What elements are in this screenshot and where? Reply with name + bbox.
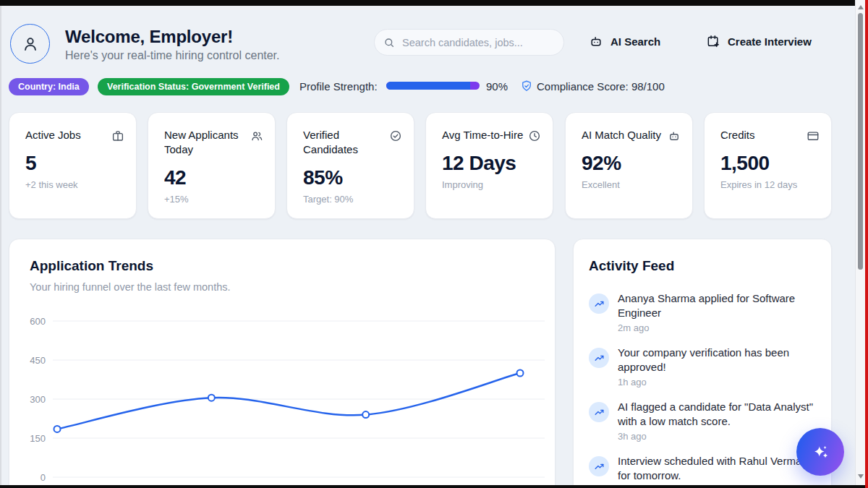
svg-text:150: 150 xyxy=(30,433,46,444)
activity-feed-title: Activity Feed xyxy=(589,258,674,274)
feed-item-text: Ananya Sharma applied for Software Engin… xyxy=(618,291,814,320)
application-trends-panel: Application Trends Your hiring funnel ov… xyxy=(9,239,556,488)
frame-border-right xyxy=(865,0,868,488)
page-subtitle: Here's your real-time hiring control cen… xyxy=(65,49,280,62)
svg-text:300: 300 xyxy=(30,394,46,405)
shield-check-icon xyxy=(520,80,533,93)
bot-icon xyxy=(589,34,603,48)
activity-feed-panel: Activity Feed Ananya Sharma applied for … xyxy=(573,239,832,488)
stat-sub: Excellent xyxy=(582,179,681,190)
frame-border-left xyxy=(0,0,1,488)
search-icon xyxy=(383,37,395,48)
trends-subtitle: Your hiring funnel over the last few mon… xyxy=(30,281,231,293)
stat-sub: Improving xyxy=(442,179,541,190)
stat-card-verified-candidates: Verified Candidates 85% Target: 90% xyxy=(286,112,414,219)
stat-card-active-jobs: Active Jobs 5 +2 this week xyxy=(9,112,137,219)
stat-label: Avg Time-to-Hire xyxy=(442,128,523,142)
feed-item: AI flagged a candidate for "Data Analyst… xyxy=(589,400,817,442)
trending-up-icon xyxy=(589,402,609,422)
scrollbar-thumb[interactable] xyxy=(858,13,863,270)
trending-up-icon xyxy=(589,348,609,368)
stat-label: AI Match Quality xyxy=(582,128,661,142)
stat-card-new-applicants: New Applicants Today 42 +15% xyxy=(148,112,276,219)
ai-assistant-fab[interactable] xyxy=(796,428,844,476)
search-input[interactable] xyxy=(401,36,555,49)
trending-up-icon xyxy=(589,456,609,476)
feed-item-time: 1h ago xyxy=(618,377,814,388)
compliance-score: Compliance Score: 98/100 xyxy=(537,80,665,93)
application-trends-chart: 0150300450600 xyxy=(9,308,556,488)
feed-item-time: 3h ago xyxy=(618,431,814,442)
stat-card-time-to-hire: Avg Time-to-Hire 12 Days Improving xyxy=(425,112,553,219)
stat-label: Verified Candidates xyxy=(303,128,385,157)
verification-badge: Verification Status: Government Verified xyxy=(98,78,289,95)
frame-border-top xyxy=(0,0,856,6)
ai-search-label: AI Search xyxy=(610,35,660,48)
briefcase-icon xyxy=(111,129,124,142)
frame-border-bottom xyxy=(0,485,868,488)
profile-strength-percent: 90% xyxy=(486,80,508,93)
stat-value: 92% xyxy=(582,152,681,175)
employer-dashboard: Welcome, Employer! Here's your real-time… xyxy=(0,0,868,488)
stat-value: 5 xyxy=(25,152,124,175)
stat-value: 42 xyxy=(164,166,263,189)
feed-item: Your company verification has been appro… xyxy=(589,346,817,388)
stat-card-credits: Credits 1,500 Expires in 12 days xyxy=(704,112,832,219)
credit-card-icon xyxy=(807,129,820,142)
stat-value: 85% xyxy=(303,166,402,189)
feed-item-text: Your company verification has been appro… xyxy=(618,346,814,374)
feed-item-text: Interview scheduled with Rahul Verma for… xyxy=(618,454,814,483)
stat-value: 12 Days xyxy=(442,152,541,175)
svg-text:600: 600 xyxy=(30,316,46,327)
trends-title: Application Trends xyxy=(30,258,153,274)
vertical-scrollbar[interactable] xyxy=(855,0,865,485)
activity-feed-list: Ananya Sharma applied for Software Engin… xyxy=(589,291,817,485)
page-title: Welcome, Employer! xyxy=(65,27,233,47)
stat-card-ai-match-quality: AI Match Quality 92% Excellent xyxy=(565,112,693,219)
search-bar[interactable] xyxy=(374,29,564,56)
stat-label: Active Jobs xyxy=(25,128,81,142)
clock-icon xyxy=(528,129,541,142)
svg-text:0: 0 xyxy=(41,472,46,483)
sparkles-icon xyxy=(811,442,830,462)
stat-sub: Target: 90% xyxy=(303,194,402,205)
check-circle-icon xyxy=(389,129,402,142)
scroll-down-icon[interactable] xyxy=(858,474,864,479)
feed-item: Ananya Sharma applied for Software Engin… xyxy=(589,291,817,333)
calendar-plus-icon xyxy=(706,34,720,48)
country-badge: Country: India xyxy=(9,78,89,95)
profile-strength-label: Profile Strength: xyxy=(299,80,378,93)
ai-search-button[interactable]: AI Search xyxy=(589,34,660,48)
profile-avatar[interactable] xyxy=(10,24,50,64)
stat-sub: +15% xyxy=(164,194,263,205)
feed-item-time: 2m ago xyxy=(618,322,814,333)
scroll-up-icon[interactable] xyxy=(858,5,864,9)
feed-item-text: AI flagged a candidate for "Data Analyst… xyxy=(618,400,814,429)
svg-text:450: 450 xyxy=(30,355,46,366)
profile-strength-fill xyxy=(386,82,470,90)
trending-up-icon xyxy=(589,294,609,314)
stat-sub: +2 this week xyxy=(25,179,124,190)
users-icon xyxy=(250,129,263,142)
stat-label: New Applicants Today xyxy=(164,128,246,157)
create-interview-button[interactable]: Create Interview xyxy=(706,34,812,48)
bot-icon xyxy=(668,129,681,142)
profile-strength-bar xyxy=(386,82,480,90)
stat-label: Credits xyxy=(720,128,755,142)
create-interview-label: Create Interview xyxy=(728,35,812,48)
feed-item: Interview scheduled with Rahul Verma for… xyxy=(589,454,817,485)
stat-value: 1,500 xyxy=(720,152,820,175)
person-icon xyxy=(21,35,40,53)
stat-sub: Expires in 12 days xyxy=(720,179,820,190)
